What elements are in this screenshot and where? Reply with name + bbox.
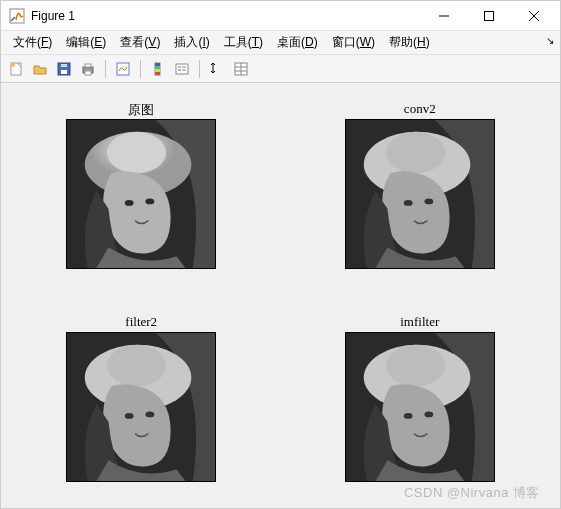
svg-rect-11: [85, 64, 91, 67]
insert-legend-icon[interactable]: [171, 58, 193, 80]
svg-point-45: [386, 344, 445, 385]
svg-point-37: [424, 198, 433, 204]
maximize-button[interactable]: [466, 2, 511, 30]
toolbar-separator: [105, 60, 106, 78]
svg-point-47: [424, 411, 433, 417]
subplot-grid: 原图 conv2: [37, 101, 524, 496]
subplot-title: conv2: [404, 101, 436, 117]
subplot-3: filter2: [37, 314, 246, 497]
svg-point-42: [146, 411, 155, 417]
subplot-title: imfilter: [400, 314, 439, 330]
svg-rect-17: [155, 69, 160, 72]
subplot-4: imfilter: [316, 314, 525, 497]
subplot-title: 原图: [128, 101, 154, 117]
close-button[interactable]: [511, 2, 556, 30]
menu-view[interactable]: 查看(V): [114, 32, 166, 53]
titlebar: Figure 1: [1, 1, 560, 31]
save-icon[interactable]: [53, 58, 75, 80]
open-property-inspector-icon[interactable]: [230, 58, 252, 80]
menu-insert[interactable]: 插入(I): [168, 32, 215, 53]
svg-rect-9: [61, 64, 67, 67]
svg-rect-16: [155, 66, 160, 69]
toolbar-separator: [140, 60, 141, 78]
linked-axes-icon[interactable]: [112, 58, 134, 80]
svg-rect-8: [61, 70, 67, 74]
svg-rect-18: [155, 72, 160, 75]
menu-desktop[interactable]: 桌面(D): [271, 32, 324, 53]
menu-edit[interactable]: 编辑(E): [60, 32, 112, 53]
svg-point-32: [146, 198, 155, 204]
open-icon[interactable]: [29, 58, 51, 80]
subplot-title: filter2: [125, 314, 157, 330]
window-title: Figure 1: [31, 9, 75, 23]
new-figure-icon[interactable]: [5, 58, 27, 80]
svg-point-31: [125, 200, 134, 206]
matlab-figure-icon: [9, 8, 25, 24]
toolbar-separator: [199, 60, 200, 78]
axes-image[interactable]: [66, 332, 216, 482]
axes-image[interactable]: [66, 119, 216, 269]
axes-image[interactable]: [345, 332, 495, 482]
svg-point-40: [107, 344, 166, 385]
menu-overflow-icon[interactable]: ↘: [546, 35, 554, 46]
menu-tools[interactable]: 工具(T): [218, 32, 269, 53]
subplot-2: conv2: [316, 101, 525, 284]
figure-canvas: 原图 conv2: [1, 83, 560, 508]
edit-plot-icon[interactable]: [206, 58, 228, 80]
toolbar: [1, 55, 560, 83]
axes-image[interactable]: [345, 119, 495, 269]
svg-point-41: [125, 412, 134, 418]
svg-point-36: [403, 200, 412, 206]
svg-rect-12: [85, 71, 91, 75]
svg-point-35: [386, 132, 445, 173]
svg-rect-19: [176, 64, 188, 74]
svg-point-46: [403, 412, 412, 418]
menubar: 文件(F) 编辑(E) 查看(V) 插入(I) 工具(T) 桌面(D) 窗口(W…: [1, 31, 560, 55]
svg-rect-2: [484, 11, 493, 20]
svg-point-6: [11, 63, 15, 67]
svg-point-30: [107, 132, 166, 173]
menu-file[interactable]: 文件(F): [7, 32, 58, 53]
menu-help[interactable]: 帮助(H): [383, 32, 436, 53]
svg-rect-15: [155, 63, 160, 66]
insert-colorbar-icon[interactable]: [147, 58, 169, 80]
subplot-1: 原图: [37, 101, 246, 284]
minimize-button[interactable]: [421, 2, 466, 30]
menu-window[interactable]: 窗口(W): [326, 32, 381, 53]
print-icon[interactable]: [77, 58, 99, 80]
